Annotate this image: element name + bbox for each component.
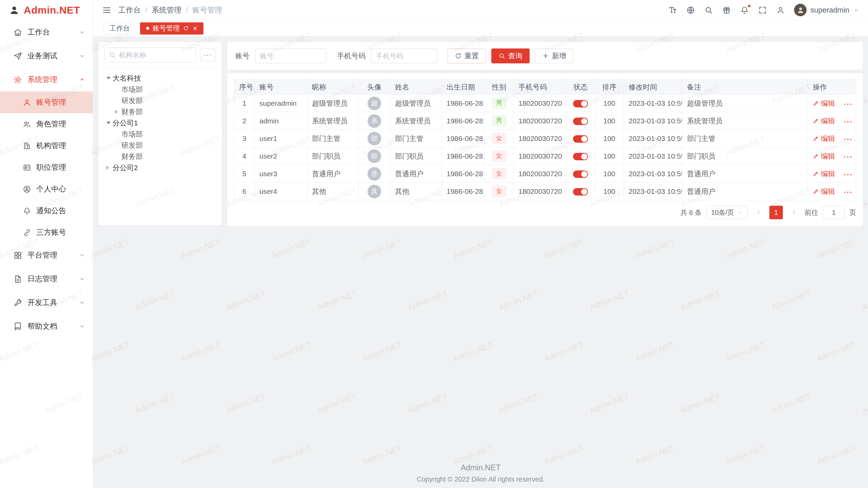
page-size-select[interactable]: 10条/页 (706, 206, 748, 219)
toggle-knob (581, 101, 587, 107)
users-icon (23, 120, 31, 128)
tab-workbench[interactable]: 工作台 (103, 22, 136, 35)
notification-bell[interactable] (740, 6, 749, 15)
phone-filter-input[interactable] (371, 48, 437, 63)
cell-index: 1 (234, 95, 255, 112)
col-nickname: 昵称 (307, 80, 359, 95)
fullscreen-icon[interactable] (758, 6, 767, 15)
cell-name: 部门主管 (390, 130, 442, 147)
caret-right-icon[interactable] (115, 110, 118, 114)
paper-plane-icon (13, 52, 22, 61)
row-more-button[interactable]: ··· (844, 118, 853, 125)
status-toggle[interactable] (573, 188, 588, 196)
font-size-icon[interactable] (668, 6, 677, 15)
edit-button[interactable]: 编辑 (813, 169, 835, 179)
cell-remark: 超级管理员 (682, 95, 808, 112)
search-button[interactable]: 查询 (491, 48, 530, 63)
col-phone: 手机号码 (514, 80, 566, 95)
sidebar-subitem-notice[interactable]: 通知公告 (0, 200, 93, 222)
user-icon (23, 98, 31, 107)
breadcrumb: 工作台 / 系统管理 / 账号管理 (118, 5, 222, 15)
row-more-button[interactable]: ··· (844, 135, 853, 143)
tree-node[interactable]: 财务部 (104, 151, 216, 162)
edit-icon (813, 100, 819, 106)
page-number-current[interactable]: 1 (769, 206, 783, 219)
gender-badge: 女 (492, 133, 506, 144)
edit-button[interactable]: 编辑 (813, 116, 835, 126)
refresh-icon[interactable] (183, 25, 189, 31)
org-tree-more-button[interactable]: ··· (200, 49, 216, 61)
status-toggle[interactable] (573, 100, 588, 107)
sidebar-item-platform-management[interactable]: 平台管理 (0, 243, 93, 267)
prev-page-button[interactable] (752, 206, 765, 219)
next-page-button[interactable] (788, 206, 800, 219)
row-more-button[interactable]: ··· (844, 100, 853, 108)
cell-index: 6 (234, 183, 255, 200)
add-button-label: 新增 (552, 51, 566, 61)
row-more-button[interactable]: ··· (844, 170, 853, 178)
hamburger-menu-icon[interactable] (102, 5, 112, 15)
add-button[interactable]: 新增 (535, 48, 573, 63)
tree-node[interactable]: 市场部 (104, 84, 216, 95)
row-more-button[interactable]: ··· (844, 188, 853, 196)
sidebar-subitem-account-management[interactable]: 账号管理 (0, 92, 93, 113)
sidebar-item-system-management[interactable]: 系统管理 (0, 68, 93, 92)
id-card-icon (23, 163, 31, 172)
sidebar-item-help-docs[interactable]: 帮助文档 (0, 314, 93, 338)
account-filter-input[interactable] (255, 48, 326, 63)
sidebar-subitem-third-party-account[interactable]: 三方账号 (0, 222, 93, 243)
tree-node-label: 分公司1 (113, 118, 138, 128)
sidebar-item-business-test[interactable]: 业务测试 (0, 44, 93, 68)
status-toggle[interactable] (573, 170, 588, 178)
sidebar-item-workbench[interactable]: 工作台 (0, 20, 93, 44)
sidebar-item-log-management[interactable]: 日志管理 (0, 267, 93, 291)
language-globe-icon[interactable] (686, 6, 695, 15)
cell-modified: 2023-01-03 10:59:44 (624, 112, 682, 130)
edit-button[interactable]: 编辑 (813, 151, 835, 161)
tree-node[interactable]: 分公司1 (104, 117, 216, 128)
caret-down-icon[interactable] (106, 122, 111, 124)
tab-label: 账号管理 (153, 24, 180, 33)
goto-page-input[interactable] (823, 206, 845, 219)
close-icon[interactable]: × (193, 25, 197, 32)
sidebar-subitem-role-management[interactable]: 角色管理 (0, 113, 93, 135)
active-tab-dot (146, 27, 149, 30)
edit-button[interactable]: 编辑 (813, 134, 835, 143)
tab-account-management[interactable]: 账号管理 × (140, 22, 203, 35)
sidebar-subitem-position-management[interactable]: 职位管理 (0, 157, 93, 178)
reset-button[interactable]: 重置 (448, 48, 486, 63)
tree-node-label: 研发部 (121, 141, 143, 150)
row-more-button[interactable]: ··· (844, 153, 853, 161)
sidebar-item-dev-tools[interactable]: 开发工具 (0, 291, 93, 314)
user-menu[interactable]: superadmin (794, 4, 859, 16)
tree-node[interactable]: 分公司2 (104, 162, 216, 173)
app-logo[interactable]: Admin.NET (0, 0, 93, 20)
grid-icon (13, 251, 22, 260)
caret-right-icon[interactable] (106, 166, 109, 170)
top-header: 工作台 / 系统管理 / 账号管理 superadmin (93, 0, 868, 20)
edit-button-label: 编辑 (821, 169, 835, 179)
cell-phone: 18020030720 (514, 183, 566, 200)
phone-filter-label: 手机号码 (337, 51, 366, 61)
tree-node[interactable]: 研发部 (104, 140, 216, 151)
gift-icon[interactable] (722, 6, 731, 15)
search-icon[interactable] (704, 6, 713, 15)
status-toggle[interactable] (573, 118, 588, 125)
sidebar-subitem-profile-center[interactable]: 个人中心 (0, 178, 93, 200)
cell-index: 3 (234, 130, 255, 147)
edit-button[interactable]: 编辑 (813, 99, 835, 108)
status-toggle[interactable] (573, 153, 588, 160)
breadcrumb-item[interactable]: 工作台 (118, 5, 141, 15)
tree-node[interactable]: 市场部 (104, 128, 216, 140)
status-toggle[interactable] (573, 135, 588, 143)
tree-node[interactable]: 财务部 (104, 106, 216, 117)
person-icon[interactable] (776, 6, 785, 15)
tree-node[interactable]: 大名科技 (104, 73, 216, 84)
org-search-input[interactable] (119, 51, 192, 59)
caret-down-icon[interactable] (106, 77, 111, 79)
breadcrumb-item[interactable]: 系统管理 (152, 5, 181, 15)
sidebar-subitem-org-management[interactable]: 机构管理 (0, 135, 93, 157)
tree-node[interactable]: 研发部 (104, 95, 216, 106)
edit-button[interactable]: 编辑 (813, 187, 835, 196)
cell-index: 5 (234, 165, 255, 183)
